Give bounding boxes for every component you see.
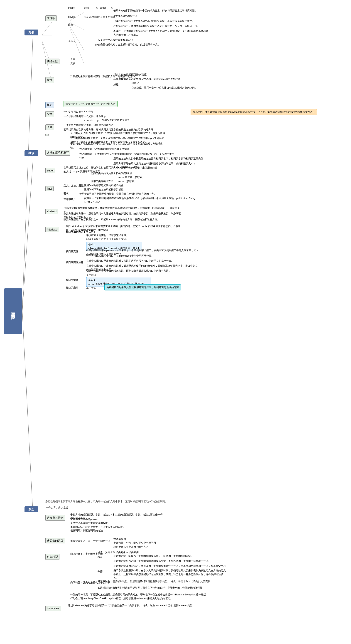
cat-fangfa-jicheng: 方法的继承和重写 [45,150,70,156]
chongzai-note: 参数数量、个数，最少至少少一项不同 [113,541,156,545]
label-wucan: 无参 [70,62,75,65]
hanyi-note2: 被重置的方法不能private [70,517,98,521]
cat-jicheng-yuanze [45,134,48,136]
concept-note: 青少年之间，一个类拥有另一个类的全部方法 [63,101,117,107]
final-zhuyishi-label: 注意事项！ [63,198,76,201]
encap-note4: 在构造方法中，使用this调用构造方法的语句必须在第一行，且只能出现一次。 [113,24,200,28]
duotai-note1: 多态性是指同名的不同方法在程序中共存，即为同一方法实义几个版本，运行时根据不同情… [45,500,168,504]
label-public: public [68,6,75,9]
label-tedian: 特点 [98,556,103,559]
cat-duotai-impl: 多态性的实现 [45,538,65,544]
circle-extends [97,120,98,122]
final-note3: 在声明一个常量时针能给有单独的话则必须在大写，如果要重明一个全局常量的话：pub… [84,196,197,204]
label-statick: statick [68,40,75,42]
interface-diff1: 接口与抽象类的不同在于： [66,230,96,234]
encap-note1: 使用this关键字明确访问一个类的成员变量，解决与局部变量名称冲突问题。 [113,9,197,12]
fumu-note2: 一个子类只能拥有一个父类，即单继承 [63,114,106,118]
cat-final: final [45,186,53,191]
svg-line-1 [42,22,52,35]
statick-note1: 一般是通过类名或对象参数访问它 [95,38,133,42]
final-req1: 使用final明确的变量即成为常量，常量必须在声明时即出具体的内容。 [79,192,156,196]
cat-fumu: 父类 [45,111,54,117]
hanyi-note6: 根据参数来决定调用的哪个方法 [113,545,148,549]
encap-note3: 只能在构造方法中使用this调用其他的构造方法，不能在成员方法中使用。 [113,19,195,23]
fumu-note1: 一个父类可以拥有多个子类 [63,110,93,114]
interface-impl-note2: 一个类可以实现多个接口，在implements子句中用逗号分隔。 [86,254,154,258]
connector-lines [0,0,351,644]
section-jicheng: 继承 [24,150,38,156]
fangfa-xiangtong: 方法名相同 [113,537,126,541]
cat-abstract: abstract [45,209,58,214]
cat-gainian: 概念 [45,102,54,108]
label-youcan: 有参 [70,57,75,61]
label-setter: setter [100,6,106,9]
cat-gouzao: 构造函数 [45,58,59,64]
svg-line-9 [22,161,33,311]
cat-guanjianzi: 关键字 [45,16,57,21]
interface-ziti4: 子主题 4 [86,274,96,277]
chonggai-duotai-label: 重载实现多态（同一个中的同名方法） [70,539,113,543]
circle-getter [96,7,98,9]
abstract-note3: 抽象方法必须存在于抽象类之中，不能用abstract修饰构造方法、静态方法和私有… [63,218,160,222]
xiangshang-note2: 上转型对象可以访问子类继承或隐藏的成员变量，也可以使用子类继承的或重写的方法。 [113,559,211,563]
xinxi-yincang: 信息隐藏：重用一义一个公共接口/方法实现对对象的访问。 [132,86,197,90]
xiangshang-format: 格式：父类名称 子类对象 = 子类实例 [98,550,139,554]
cat-zier: 子类 [45,124,54,130]
encap-note2: 使用this调用构造方法 [113,14,137,18]
interface-zhuyi1: 在类中实现接口已定义的方法时，方法的声明必须与接口中所示义的完全一致。 [86,259,174,263]
label-zuoyong: 作用 [98,570,103,574]
super-note3: super.变量名 [118,172,132,175]
hanyi-note5: 根据调用对象区分调用的方法 [70,529,103,532]
cat-super: super [45,168,55,173]
label-zhuyi: 注意 [68,23,73,26]
label-gongchang: 工厂模式 [86,286,96,290]
yige-mingzi: 一个名字，多个方法 [45,506,68,509]
texing-note3: 其他对象通过该对象的访问方法(接口/Interface)与之发生联系。 [113,77,183,81]
interface-yingyong-label: 接口的应用 [66,286,78,290]
chongxie-note1: 重写的方法和父类中被重写的方法要有相同的名字，相同的参数和相同的返回类型 [113,157,203,160]
label-extends: extends [84,119,93,122]
fangfa-jicheng-note: 方法的继承：父类的非抽方法可以被子类继承。 [79,147,132,151]
circle-setter [111,7,112,9]
interface-jicheng-label: 接口的继承 [66,278,78,282]
label-youhao: 好处 [113,83,118,86]
cat-hanyi: 含义及其特点 [45,515,65,521]
interface-impl-label: 接口的实现 [66,250,78,253]
highlight-gaoliang-jicheng: 被选中的子类不能继承访问权限为private的域成员和方法！（子类不能继承访问权… [191,109,317,115]
zier-note2: 若子类没有自己的构造方法，它将调用父类无参数的构造方法作为自己的构造方法。 [63,128,156,132]
mindmap-container: 面向对象 对装 关键字 public getter setter private… [0,0,351,644]
zier-note1: 子类无条件地继承父类的不含参数的构造方法 [63,123,113,127]
label-private: private [68,16,75,18]
interface-zhuyi3: 抽象类可以不实现接口的抽象方法，而非抽象类必须实现接口中的所有方法。 [86,269,171,273]
super-note4: super.方法名（参数表） [118,175,145,179]
svg-line-0 [22,36,33,311]
cat-duixiang-zhuanxing: 对象转型 [45,554,59,560]
encap-note5: 不能在一个类的多个构造方法中使用this互相调用，必须保留一个不用this调用其… [113,29,209,36]
central-node: 面向对象 [4,288,22,334]
extends-note: 继承父类时使用此关键字 [102,118,130,122]
final-note2: 使用final声明的方法不能被子类析重 [84,188,123,192]
interface-yingyong-note: 为功能接口对象的具体过程用逻辑分开来，达到逻辑与活性的分离 [104,284,181,290]
interface-impl-zhuyi-label: 接口的实现注意 [66,261,83,264]
statick-note2: 静态变量初始化时，变量被计算和加载，此过程只有一次。 [95,43,160,46]
svg-line-7 [70,27,84,50]
super-note5: 调用父类的构造方法 [91,180,113,183]
svg-line-10 [22,311,33,513]
xiangxia-note2: 如果强制将对象转型到错误的子类类型，那么在下转型的过程中是能安全的，也就能继续做… [98,586,205,590]
hanyi-note4: 重置的方法不能比被重置的方法生成更多的异常。 [70,525,125,529]
label-moukuai: 模块化 [132,81,139,85]
cat-interface: interface [45,227,59,232]
section-duotai: 多态 [24,506,38,512]
interface-diff2: ①没有实量的声明：但可以定义常量。 [86,234,129,237]
label-getter: getter [84,6,90,9]
cat-texing: 特性 [45,77,54,83]
interface-diff3: ②只有方法的声明：没有方法的实现。 [86,237,129,241]
zuoyong-note: 由于参入上转型的作用，在参入人子类实例的时候，我们可以用父类来代表作为参数定义在… [113,568,227,580]
cat-instanceof: instanceof [45,606,61,611]
final-yaoqiu-label: 要求 [63,192,68,195]
texing-note2: 对象本身的数据得到保护/隐藏 [113,73,147,76]
hanyi-note3: 子类方法不能比父类方法调用权限。 [70,521,110,525]
super-note6: super（参数表） [118,180,137,183]
instanceof-note: 通过instanceof关键字可以判断某一个对象是否是某一个类的示例。 格式：对… [68,604,192,608]
section-duizhang: 对装 [24,30,38,36]
